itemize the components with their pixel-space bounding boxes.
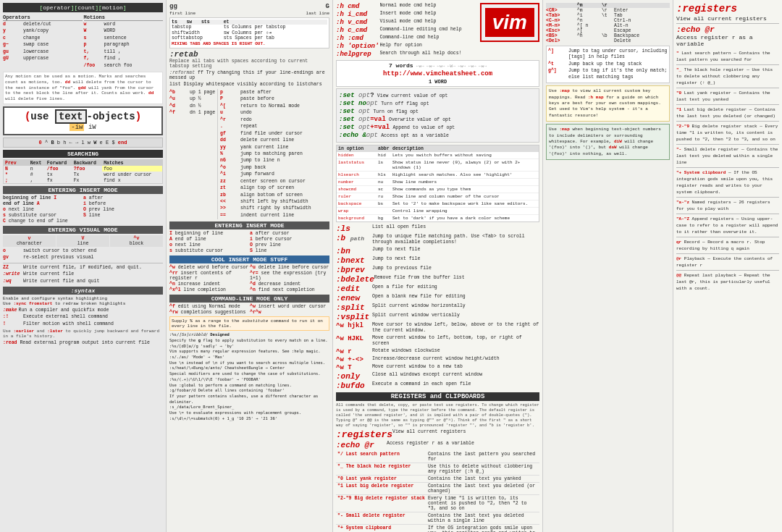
mot-t: t,till ,	[84, 49, 164, 55]
column-5: :registers View all current registers :e…	[673, 0, 782, 532]
operators-list: Operators ddelete/cut yyank/copy cchange…	[3, 14, 83, 69]
gg-g-area: ggfirst line Glast line	[169, 3, 329, 16]
sub-delim-note: If your pattern contains slashes, use a …	[169, 394, 329, 405]
write-cmds: ZZWrite current file, if modified, and q…	[3, 265, 163, 284]
cr-esc: <Esc>^[Escape	[546, 28, 670, 33]
ins-after: a after	[83, 195, 163, 200]
tab-row2: shiftwidthsw Columns per ⇧⇥	[172, 30, 327, 35]
register-list: "/ Last search pattern Contains the last…	[336, 451, 539, 532]
mixing-tabs-title: MIXING TABS AND SPACES IS RIGHT OUT.	[172, 41, 327, 46]
read-cmd: :read Read external program output into …	[3, 340, 163, 345]
one-word: 1 WORD	[338, 79, 537, 85]
op-gU: gUuppercase	[3, 56, 83, 62]
insert-mode-cmds: beginning of line I a after end of line …	[3, 195, 163, 224]
cmdline-grid: ^f edit using Normal mode ^w insert word…	[169, 304, 329, 315]
fc-b: :b pathJump to unique file matching path…	[336, 234, 539, 246]
substitute-desc: Supply % as a range to the substitute co…	[169, 316, 329, 331]
hdesc-5: Command-line cmd help	[379, 35, 477, 42]
visual-cmds: oswitch cursor to other end gvre-select …	[3, 248, 163, 261]
jm-u: uundo	[220, 110, 329, 116]
text-objects-box: (use text-objects) -iw iW	[3, 106, 163, 135]
fc-edit: :editOpen a file for editing	[336, 284, 539, 293]
imap-note: Use :map to view all current custom key …	[546, 85, 670, 122]
qr-1: "1 Last big delete register — Contains t…	[676, 106, 779, 119]
registers-big-cmd: :registers	[676, 3, 779, 14]
qr-record: qr Record — Record a macro r. Stop recor…	[676, 239, 779, 252]
opt-showcmd: showcmdscShow commands as you type them	[337, 186, 539, 193]
cool-cni: ^n find next completion	[250, 287, 329, 292]
reformat-cmd: :reformat	[169, 70, 195, 75]
words-area: 7 words ←w→ ←w→ ←w→ ←W→ ←w→ ←w→ ←w→ http…	[336, 60, 539, 87]
registers-big-display: :registers View all current registers :e…	[676, 3, 779, 47]
sub-nl-note: Use \n instead of \n if you want to sear…	[169, 360, 329, 366]
cool-cd: ^d decrease indent	[250, 282, 329, 287]
cr-bs: <BS>^h\bBackspace	[546, 33, 670, 38]
opt-laststatus: laststatuslsShow status line never (0), …	[337, 159, 539, 172]
make-cmd: :make	[3, 308, 17, 313]
km-cu: ^uup ½	[169, 96, 215, 102]
jm-eq: ==indent current line	[220, 213, 329, 219]
hdesc-6: Help for option	[379, 43, 477, 50]
km-cd: ^ddn ½	[169, 104, 215, 109]
jm-pct: %jump to matching paren	[220, 151, 329, 157]
operator-banner: [operator][count][motion]	[3, 3, 163, 12]
fc-vsplit: :vsplitSplit current window vertically	[336, 313, 539, 321]
echo-opt: :echo &opt Access opt as a variable	[339, 132, 537, 139]
opt-number: numbernuShow line numbers	[337, 179, 539, 186]
cmd-cf: ^f edit using Normal mode	[169, 304, 249, 309]
jmp-gcb: g^]Jump to tag if it's the only match; e…	[548, 68, 668, 80]
hcmd-6: :h 'option'	[336, 43, 379, 50]
op-c: cchange	[3, 35, 83, 41]
registers-big-desc: View all current registers	[676, 15, 779, 22]
ins2-after: a after cursor	[250, 231, 329, 236]
cr-header: ^m\r	[546, 3, 670, 8]
search-row-2: *#txTxword under cursor	[4, 172, 163, 177]
column-2: ggfirst line Glast line tsswstset tabsto…	[167, 0, 333, 532]
fc-bufdo: :bufdoExecute a command in each open fil…	[336, 381, 539, 390]
ins-before: i before	[83, 201, 163, 206]
cool-cxl: ^x^l line completion	[169, 287, 249, 292]
reformat-area: :reformat ff Try changing this if your l…	[169, 70, 329, 80]
echo-big-desc: Access register r as a variable	[676, 34, 779, 47]
opt-hlsearch: hlsearchhlsHighlight search matches. Als…	[337, 172, 539, 179]
hcmd-5: :h :cmd	[336, 35, 379, 42]
echo-big-cmd: :echo @r	[676, 25, 779, 34]
km-cf: ^fdn 1 page	[169, 110, 215, 116]
set-cmds-area: :set opt? View current value of opt :set…	[336, 88, 539, 143]
fc-wHJKL: ^w HJKLMove current window to left, bott…	[336, 335, 539, 347]
ins2-sub: s substitute cursor	[169, 248, 249, 253]
cool-cu: ^u delete line before cursor	[250, 265, 329, 270]
jm-P: Ppaste before	[220, 96, 329, 102]
count-desc: Any motion can be used as a motion. Mark…	[3, 72, 163, 104]
sub-ex7: :s_/data/Lore_Brent_Spiner_	[169, 405, 329, 410]
set-val: :set opt=val Overwrite value of opt	[339, 116, 537, 123]
cr-del: <Del>Delete	[546, 38, 670, 43]
fc-only: :onlyClose all windows except current wi…	[336, 372, 539, 381]
ins2-end: A end of line	[169, 237, 249, 242]
sub-ex5: :%s/(.+)/\U\1/\V\E 'foobar' → 'FOOBAR'	[169, 377, 329, 383]
motions-label: Motions	[84, 14, 164, 21]
qr-slash: " Last search pattern — Contains the las…	[676, 50, 779, 63]
reg-1: "1 Last big delete register Contains the…	[336, 483, 539, 495]
qr-bb: "_ The black hole register — Use this to…	[676, 67, 779, 86]
visual-grid: vcharacter Vline ^vblock	[3, 235, 163, 247]
sub-global-note: Use :global to perform a command on matc…	[169, 383, 329, 389]
set-noopt: :set noopt Turn off flag opt	[339, 100, 537, 107]
qr-az: "a-"z Named registers — 26 registers for…	[676, 199, 779, 212]
page-motions: ^bup 1 page ^uup ½ ^ddn ½ ^fdn 1 page pp…	[169, 89, 329, 219]
jm-nG: nGjump to line n	[220, 158, 329, 164]
retab-desc: Replace all tabs with spaces according t…	[169, 59, 329, 69]
cr-mn: <M-n>^[ nAlt-n	[546, 23, 670, 28]
jm-zb: zbalign bottom of screen	[220, 193, 329, 198]
cr-enter: <CR>^m\rEnter	[546, 8, 670, 13]
opt-ruler: rulerruShow line and column number of th…	[337, 193, 539, 200]
reg-slash: "/ Last search pattern Contains the last…	[336, 451, 539, 463]
tab-header: tsswstset	[172, 20, 327, 25]
text-objects-note: Use :map when beginning text-object numb…	[546, 124, 670, 160]
vis-gv: gvre-select previous visual	[3, 255, 163, 261]
hdesc-1: Normal mode cmd help	[379, 3, 477, 10]
history-note: Use :earlier and :later to quickly jump …	[3, 329, 163, 339]
sub-ex6: :g/foobar/d Delete all lines containing …	[169, 388, 329, 394]
operators-label: Operators	[3, 14, 83, 21]
fc-split: :splitSplit current window horizontally	[336, 303, 539, 312]
